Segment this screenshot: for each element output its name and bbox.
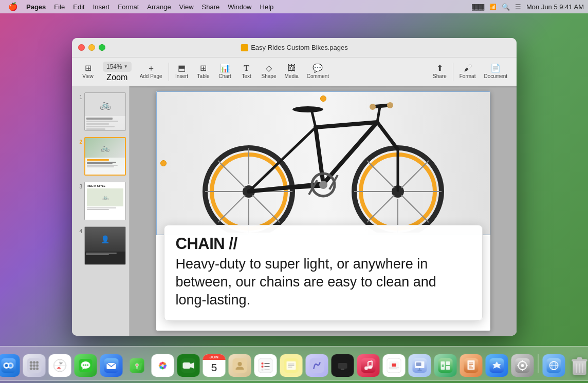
svg-point-82 <box>163 362 166 365</box>
globe-app-icon <box>543 354 565 377</box>
dock-systemprefs[interactable] <box>511 354 535 377</box>
dock-freeform[interactable] <box>305 354 329 377</box>
selection-handle-top[interactable] <box>320 95 326 102</box>
text-label: Text <box>242 73 251 79</box>
thumbnail-2[interactable]: 2 🚲 <box>72 135 129 178</box>
svg-rect-122 <box>416 362 421 366</box>
mail-icon <box>100 354 123 377</box>
window-title: Easy Rides Custom Bikes.pages <box>241 44 348 51</box>
thumbnail-3[interactable]: 3 RIDE IN STYLE 🚲 <box>72 180 129 222</box>
dock-music[interactable] <box>357 354 380 377</box>
thumbnail-1[interactable]: 1 🚲 <box>72 90 129 133</box>
menu-help[interactable]: Help <box>256 0 278 13</box>
menu-insert[interactable]: Insert <box>89 0 114 13</box>
dock-calendar[interactable]: JUN 5 <box>203 354 226 377</box>
apple-menu[interactable]: 🍎 <box>4 0 22 13</box>
thumb-frame-2[interactable]: 🚲 <box>84 137 126 176</box>
svg-point-67 <box>87 365 88 366</box>
selection-handle-left[interactable] <box>160 160 167 166</box>
dock-launchpad[interactable] <box>23 354 46 377</box>
zoom-control[interactable]: 154% ▼ <box>103 62 132 72</box>
fullscreen-button[interactable] <box>99 44 105 51</box>
thumb-frame-4[interactable]: 👤 <box>84 226 126 265</box>
pages-window: Easy Rides Custom Bikes.pages ⊞ View 154… <box>72 38 517 336</box>
dock-facetime[interactable] <box>177 354 200 377</box>
dock-appletv[interactable] <box>331 354 355 377</box>
thumbnail-sidebar[interactable]: 1 🚲 2 <box>72 86 130 336</box>
bike-image-area[interactable] <box>156 91 490 235</box>
close-button[interactable] <box>78 44 85 51</box>
menu-window[interactable]: Window <box>224 0 255 13</box>
maps-icon <box>126 354 149 377</box>
text-button[interactable]: T Text <box>236 62 258 81</box>
svg-line-34 <box>312 112 316 127</box>
svg-point-81 <box>160 362 162 365</box>
svg-point-137 <box>521 364 524 367</box>
table-icon: ⊞ <box>200 64 207 72</box>
svg-rect-123 <box>438 358 453 373</box>
dock-separator <box>538 354 539 373</box>
svg-line-21 <box>367 195 394 222</box>
thumb-frame-1[interactable]: 🚲 <box>84 92 126 131</box>
thumb-number-1: 1 <box>75 92 82 100</box>
dock-appstore[interactable] <box>485 354 509 377</box>
menu-share[interactable]: Share <box>198 0 224 13</box>
share-icon: ⬆ <box>436 64 443 72</box>
menu-file[interactable]: File <box>50 0 69 13</box>
svg-point-108 <box>364 367 368 370</box>
thumb-bike-image-1: 🚲 <box>85 93 125 116</box>
shape-button[interactable]: ◇ Shape <box>258 62 281 81</box>
document-button[interactable]: 📄 Document <box>480 62 511 81</box>
dock-pages[interactable] <box>460 354 483 377</box>
menu-format[interactable]: Format <box>114 0 143 13</box>
text-zoom-popup: CHAIN // Heavy-duty to super light, or a… <box>164 225 483 321</box>
table-button[interactable]: ⊞ Table <box>193 62 214 81</box>
share-button[interactable]: ⬆ Share <box>429 62 451 81</box>
appstore-icon <box>486 354 508 377</box>
reminders-icon <box>254 354 277 377</box>
chart-button[interactable]: 📊 Chart <box>214 62 236 81</box>
add-page-button[interactable]: ＋ Add Page <box>136 62 167 81</box>
dock-globe-app[interactable] <box>542 354 566 377</box>
dock-news[interactable] <box>382 354 406 377</box>
dock-trash[interactable] <box>568 354 589 377</box>
menu-arrange[interactable]: Arrange <box>143 0 175 13</box>
document-canvas[interactable]: CHAIN // Heavy-duty to super light, or a… <box>130 86 517 336</box>
svg-line-18 <box>367 161 394 188</box>
dock-keynote[interactable] <box>408 354 432 377</box>
svg-point-33 <box>387 102 393 108</box>
thumb-frame-3[interactable]: RIDE IN STYLE 🚲 <box>84 182 126 220</box>
dock-reminders[interactable] <box>254 354 278 377</box>
dock-contacts[interactable] <box>228 354 252 377</box>
appletv-icon <box>332 354 354 377</box>
dock-notes[interactable] <box>280 354 303 377</box>
view-button[interactable]: ⊞ View <box>77 62 99 81</box>
dock-photos[interactable] <box>151 354 175 377</box>
dock-safari[interactable] <box>48 354 72 377</box>
format-button[interactable]: 🖌 Format <box>455 62 480 81</box>
menu-pages[interactable]: Pages <box>22 0 50 13</box>
pages-dock-icon <box>460 354 483 377</box>
dock-finder[interactable] <box>0 354 21 377</box>
dock-maps[interactable] <box>125 354 149 377</box>
search-icon[interactable]: 🔍 <box>502 3 510 11</box>
zoom-button[interactable]: 154% ▼ Zoom <box>99 60 136 84</box>
comment-button[interactable]: 💬 Comment <box>303 62 333 81</box>
thumbnail-4[interactable]: 4 👤 <box>72 224 129 267</box>
dock-numbers[interactable] <box>434 354 457 377</box>
media-icon: 🖼 <box>287 64 296 72</box>
media-button[interactable]: 🖼 Media <box>280 62 302 81</box>
add-page-icon: ＋ <box>147 64 155 72</box>
comment-icon: 💬 <box>313 64 323 72</box>
svg-rect-104 <box>338 363 347 369</box>
dock-messages[interactable] <box>74 354 98 377</box>
svg-point-66 <box>85 365 86 366</box>
control-center-icon[interactable]: ☰ <box>515 3 521 11</box>
insert-button[interactable]: ⬒ Insert <box>171 62 193 81</box>
menu-view[interactable]: View <box>175 0 198 13</box>
menu-edit[interactable]: Edit <box>69 0 88 13</box>
dock-mail[interactable] <box>100 354 123 377</box>
page-content[interactable]: CHAIN // Heavy-duty to super light, or a… <box>156 91 490 331</box>
minimize-button[interactable] <box>88 44 95 51</box>
media-label: Media <box>284 73 298 79</box>
